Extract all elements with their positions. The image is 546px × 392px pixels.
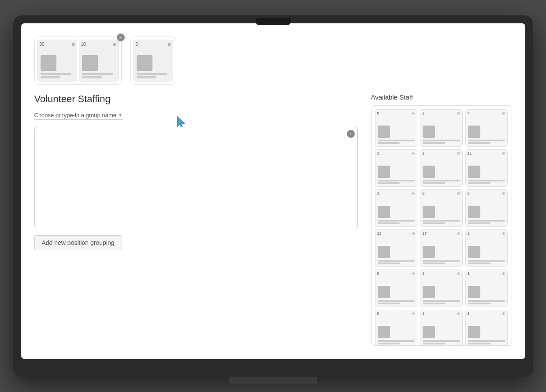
- staff-grid-card[interactable]: 1 ⊕: [420, 109, 463, 147]
- staff-grid-card[interactable]: 1 ⊕: [420, 149, 463, 187]
- caret-icon: ▼: [118, 113, 123, 118]
- staff-grid-card[interactable]: 13 ⊕: [375, 229, 418, 267]
- staff-card-badge: 1: [468, 271, 470, 276]
- staff-card-badge: 1: [422, 311, 424, 316]
- staff-card-badge: 1: [422, 151, 424, 155]
- add-grouping-button[interactable]: Add new position grouping: [34, 235, 122, 250]
- line: [468, 180, 505, 181]
- line: [423, 220, 460, 222]
- drop-zone-close[interactable]: ×: [347, 130, 355, 138]
- screen-content: × 30 ⊕ 10 ⊕: [21, 23, 525, 359]
- drop-zone[interactable]: ×: [34, 127, 358, 228]
- line: [423, 340, 460, 342]
- top-card-1-1-avatar: [41, 55, 56, 71]
- staff-grid-card[interactable]: 1 ⊕: [420, 270, 463, 307]
- line: [378, 300, 415, 302]
- staff-grid-card[interactable]: 5 ⊕: [465, 189, 508, 227]
- group-name-dropdown[interactable]: Choose or type-in a group name ▼: [34, 112, 123, 120]
- left-panel: Volunteer Staffing Choose or type-in a g…: [34, 93, 358, 346]
- staff-card-lines: [378, 300, 415, 304]
- line: [468, 220, 505, 222]
- staff-card-eye-icon[interactable]: ⊕: [502, 151, 505, 155]
- top-card-1-1-lines: [41, 73, 74, 78]
- staff-card-eye-icon[interactable]: ⊕: [457, 311, 461, 316]
- line: [468, 182, 490, 184]
- top-card-1-2-eye[interactable]: ⊕: [113, 42, 116, 47]
- group-name-label: Choose or type-in a group name: [34, 112, 116, 118]
- line: [378, 340, 415, 342]
- staff-grid-card[interactable]: 1 ⊕: [465, 310, 508, 346]
- line: [41, 76, 60, 78]
- staff-grid-card[interactable]: 0 ⊕: [375, 270, 418, 307]
- staff-card-eye-icon[interactable]: ⊕: [412, 111, 415, 115]
- staff-card-eye-icon[interactable]: ⊕: [502, 191, 505, 196]
- staff-card-eye-icon[interactable]: ⊕: [502, 111, 505, 115]
- staff-card-avatar: [423, 166, 435, 178]
- staff-card-eye-icon[interactable]: ⊕: [457, 191, 461, 196]
- staff-card-badge: 5: [468, 191, 470, 196]
- staff-card-eye-icon[interactable]: ⊕: [412, 191, 415, 196]
- staff-card-avatar: [378, 286, 390, 298]
- card-group-1: × 30 ⊕ 10 ⊕: [34, 37, 122, 85]
- staff-grid-card[interactable]: 3 ⊕: [375, 149, 418, 187]
- staff-card-lines: [468, 140, 505, 144]
- staff-card-eye-icon[interactable]: ⊕: [457, 111, 461, 115]
- staff-card-eye-icon[interactable]: ⊕: [412, 271, 415, 276]
- line: [468, 142, 490, 144]
- staff-card-eye-icon[interactable]: ⊕: [457, 271, 461, 276]
- staff-card-avatar: [468, 206, 480, 218]
- staff-grid-card[interactable]: 4 ⊕: [465, 109, 508, 147]
- top-card-2-1-lines: [137, 73, 170, 78]
- staff-card-eye-icon[interactable]: ⊕: [412, 311, 415, 316]
- top-card-1-2[interactable]: 10 ⊕: [79, 40, 119, 81]
- staff-grid-card[interactable]: 11 ⊕: [465, 149, 508, 187]
- line: [423, 142, 445, 144]
- top-card-2-1[interactable]: 6 ⊕: [134, 40, 173, 81]
- line: [423, 140, 460, 141]
- top-card-1-2-badge: 10: [81, 42, 86, 47]
- top-card-2-1-badge: 6: [136, 42, 138, 47]
- main-area: Volunteer Staffing Choose or type-in a g…: [34, 93, 512, 346]
- line: [423, 303, 445, 304]
- staff-card-eye-icon[interactable]: ⊕: [457, 231, 461, 236]
- staff-card-badge: 1: [422, 271, 424, 276]
- staff-card-eye-icon[interactable]: ⊕: [502, 231, 505, 236]
- staff-grid-card[interactable]: 1 ⊕: [465, 270, 508, 307]
- staff-grid-card[interactable]: 2 ⊕: [465, 229, 508, 267]
- staff-card-badge: 1: [422, 111, 424, 115]
- staff-grid-card[interactable]: 3 ⊕: [375, 189, 418, 227]
- line: [378, 142, 400, 144]
- staff-card-eye-icon[interactable]: ⊕: [412, 151, 415, 155]
- staff-card-lines: [378, 140, 415, 144]
- staff-card-lines: [423, 340, 460, 344]
- line: [423, 263, 445, 264]
- staff-grid-card[interactable]: 0 ⊕: [420, 189, 463, 227]
- staff-card-eye-icon[interactable]: ⊕: [457, 151, 461, 155]
- top-card-2-1-eye[interactable]: ⊕: [167, 42, 171, 47]
- staff-card-badge: 0: [377, 311, 379, 316]
- card-group-1-close[interactable]: ×: [117, 33, 125, 41]
- line: [82, 73, 113, 75]
- staff-card-avatar: [378, 206, 390, 218]
- top-card-1-1-eye[interactable]: ⊕: [71, 42, 75, 47]
- staff-grid-card[interactable]: 0 ⊕: [375, 310, 418, 346]
- staff-card-lines: [423, 260, 460, 264]
- staff-grid-card[interactable]: 1 ⊕: [420, 310, 463, 346]
- staff-card-avatar: [378, 166, 390, 178]
- staff-card-eye-icon[interactable]: ⊕: [502, 271, 505, 276]
- line: [468, 222, 490, 224]
- staff-card-lines: [378, 260, 415, 264]
- staff-grid-card[interactable]: 17 ⊕: [420, 229, 463, 267]
- staff-card-lines: [378, 340, 415, 344]
- staff-card-eye-icon[interactable]: ⊕: [502, 311, 505, 316]
- staff-card-badge: 4: [468, 111, 470, 115]
- staff-card-badge: 13: [377, 231, 382, 236]
- line: [378, 180, 415, 181]
- staff-grid-card[interactable]: 0 ⊕: [375, 109, 418, 147]
- staff-grid-container[interactable]: 0 ⊕ 1 ⊕: [371, 105, 512, 346]
- line: [378, 303, 400, 304]
- top-card-1-1[interactable]: 30 ⊕: [37, 40, 77, 81]
- staff-card-eye-icon[interactable]: ⊕: [412, 231, 415, 236]
- staff-card-avatar: [468, 126, 480, 138]
- staff-card-lines: [378, 180, 415, 184]
